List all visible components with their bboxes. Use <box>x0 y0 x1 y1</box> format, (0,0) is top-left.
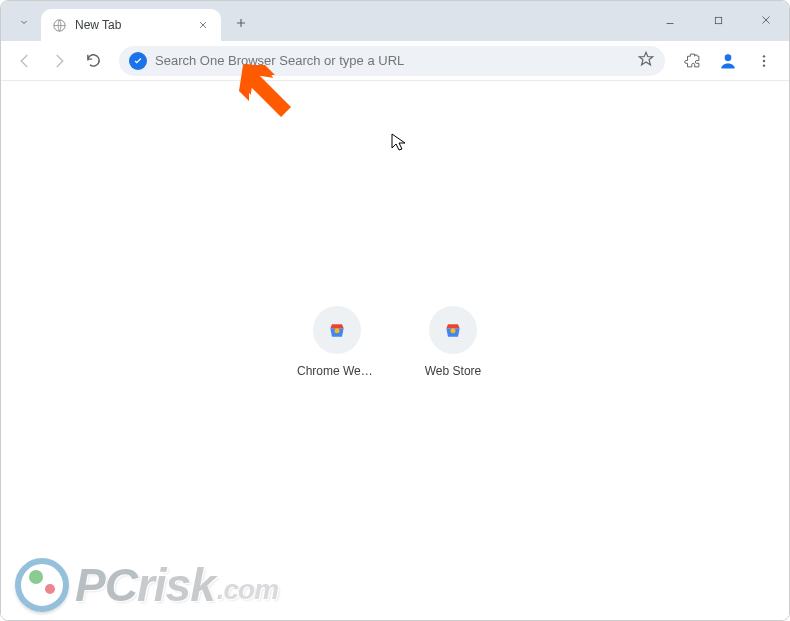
svg-point-3 <box>763 55 765 57</box>
webstore-icon <box>327 320 347 340</box>
window-controls <box>653 1 783 39</box>
tab-title: New Tab <box>75 18 195 32</box>
globe-icon <box>51 17 67 33</box>
tab-close-button[interactable] <box>195 17 211 33</box>
menu-button[interactable] <box>749 46 779 76</box>
puzzle-icon <box>684 52 701 69</box>
shortcut-icon-circle <box>313 306 361 354</box>
watermark: PCrisk.com <box>15 558 278 612</box>
arrow-right-icon <box>50 52 68 70</box>
svg-point-5 <box>763 64 765 66</box>
address-bar[interactable] <box>119 46 665 76</box>
svg-point-6 <box>335 328 340 333</box>
omnibox-input[interactable] <box>155 53 629 68</box>
arrow-left-icon <box>16 52 34 70</box>
svg-point-4 <box>763 59 765 61</box>
shortcut-label: Chrome Web... <box>297 364 377 378</box>
webstore-icon <box>443 320 463 340</box>
page-content: Chrome Web... Web Store <box>1 81 789 620</box>
tab-search-dropdown[interactable] <box>11 9 37 35</box>
bookmark-button[interactable] <box>637 50 655 72</box>
chevron-down-icon <box>18 16 30 28</box>
shortcut-label: Web Store <box>425 364 481 378</box>
watermark-text: PCrisk.com <box>75 558 278 612</box>
browser-tab[interactable]: New Tab <box>41 9 221 41</box>
maximize-button[interactable] <box>701 6 735 34</box>
titlebar: New Tab <box>1 1 789 41</box>
profile-icon <box>718 51 738 71</box>
new-tab-button[interactable] <box>227 9 255 37</box>
minimize-button[interactable] <box>653 6 687 34</box>
reload-icon <box>85 52 102 69</box>
watermark-logo-icon <box>15 558 69 612</box>
shortcut-tile[interactable]: Web Store <box>413 306 493 378</box>
svg-point-2 <box>725 54 732 61</box>
maximize-icon <box>713 15 724 26</box>
forward-button[interactable] <box>45 47 73 75</box>
toolbar <box>1 41 789 81</box>
svg-rect-1 <box>715 17 721 23</box>
star-icon <box>637 50 655 68</box>
profile-button[interactable] <box>713 46 743 76</box>
kebab-icon <box>756 53 772 69</box>
shortcut-icon-circle <box>429 306 477 354</box>
search-engine-badge-icon <box>129 52 147 70</box>
shortcut-tile[interactable]: Chrome Web... <box>297 306 377 378</box>
back-button[interactable] <box>11 47 39 75</box>
close-icon <box>760 14 772 26</box>
close-icon <box>198 20 208 30</box>
close-window-button[interactable] <box>749 6 783 34</box>
extensions-button[interactable] <box>677 46 707 76</box>
shortcuts-row: Chrome Web... Web Store <box>297 306 493 378</box>
minimize-icon <box>664 14 676 26</box>
svg-point-7 <box>451 328 456 333</box>
reload-button[interactable] <box>79 47 107 75</box>
plus-icon <box>234 16 248 30</box>
